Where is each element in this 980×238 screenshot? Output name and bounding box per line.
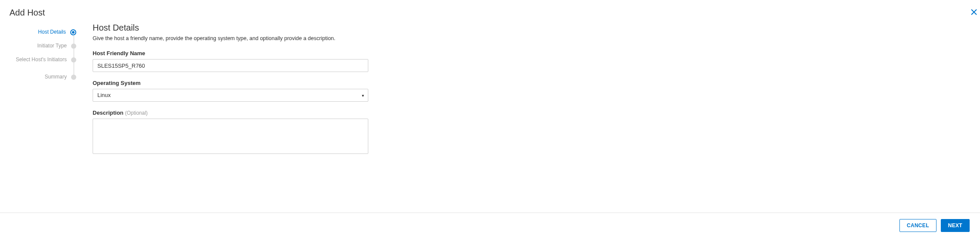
- os-label: Operating System: [93, 80, 442, 86]
- form-panel: Host Details Give the host a friendly na…: [84, 23, 442, 163]
- step-host-details[interactable]: Host Details: [0, 29, 84, 43]
- host-name-input[interactable]: [93, 59, 368, 72]
- description-optional-text: (Optional): [125, 110, 148, 116]
- close-icon[interactable]: [968, 5, 980, 20]
- step-dot-icon: [71, 57, 76, 63]
- step-dot-icon: [70, 29, 76, 35]
- os-select[interactable]: Linux: [93, 89, 368, 102]
- step-select-initiators[interactable]: Select Host's Initiators: [0, 56, 84, 70]
- step-dot-icon: [71, 44, 76, 49]
- step-initiator-type[interactable]: Initiator Type: [0, 43, 84, 56]
- step-label: Host Details: [38, 29, 70, 36]
- dialog-footer: CANCEL NEXT: [0, 213, 980, 238]
- wizard-stepper: Host Details Initiator Type Select Host'…: [0, 23, 84, 163]
- section-description: Give the host a friendly name, provide t…: [93, 35, 442, 41]
- step-label: Initiator Type: [37, 43, 71, 50]
- description-label: Description (Optional): [93, 110, 442, 116]
- dialog-title: Add Host: [0, 0, 980, 18]
- step-summary[interactable]: Summary: [0, 74, 84, 88]
- step-label: Summary: [45, 74, 71, 81]
- next-button[interactable]: NEXT: [941, 219, 970, 232]
- cancel-button[interactable]: CANCEL: [899, 219, 936, 232]
- section-title: Host Details: [93, 23, 442, 33]
- step-label: Select Host's Initiators: [16, 56, 71, 63]
- step-dot-icon: [71, 75, 76, 80]
- description-input[interactable]: [93, 119, 368, 154]
- host-name-label: Host Friendly Name: [93, 50, 442, 56]
- description-label-text: Description: [93, 110, 124, 116]
